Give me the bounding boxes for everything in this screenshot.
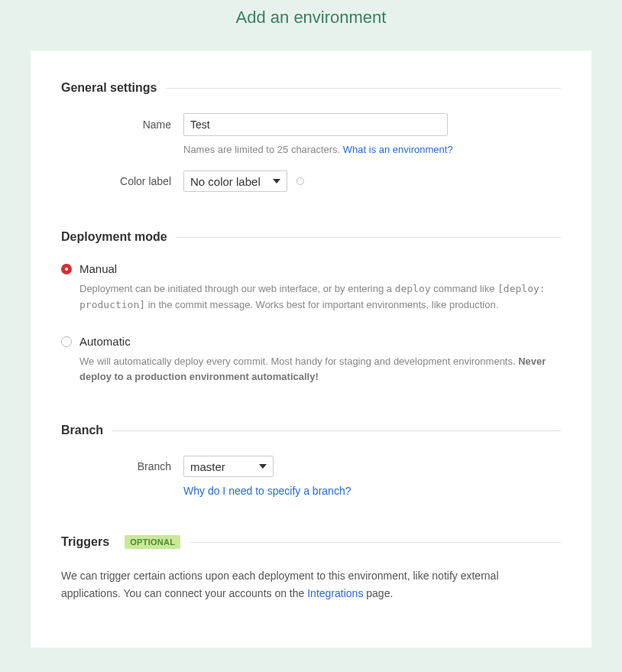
triggers-description: We can trigger certain actions upon each…	[61, 567, 561, 602]
general-settings-section: General settings Name Names are limited …	[61, 81, 561, 192]
page-title: Add an environment	[0, 0, 622, 50]
color-label-select[interactable]: No color label	[183, 170, 287, 192]
branch-section: Branch Branch master Why do I need to sp…	[61, 424, 561, 497]
deployment-mode-header: Deployment mode	[61, 230, 561, 244]
general-settings-title: General settings	[61, 81, 157, 95]
deployment-mode-section: Deployment mode Manual Deployment can be…	[61, 230, 561, 385]
name-hint: Names are limited to 25 characters. What…	[183, 144, 561, 155]
branch-title: Branch	[61, 424, 103, 437]
branch-label: Branch	[61, 460, 183, 472]
radio-selected-icon	[61, 264, 72, 274]
name-input[interactable]	[183, 113, 448, 136]
branch-hint-link[interactable]: Why do I need to specify a branch?	[183, 485, 351, 497]
general-settings-header: General settings	[61, 81, 561, 95]
name-label: Name	[61, 118, 183, 131]
deployment-mode-title: Deployment mode	[61, 230, 167, 244]
divider	[177, 237, 561, 238]
triggers-title: Triggers	[61, 535, 109, 549]
color-label: Color label	[61, 175, 183, 187]
branch-header: Branch	[61, 424, 561, 437]
radio-option-manual[interactable]: Manual	[61, 262, 561, 275]
radio-unselected-icon	[61, 336, 72, 347]
optional-badge: OPTIONAL	[125, 535, 180, 549]
manual-label: Manual	[79, 262, 117, 275]
divider	[112, 430, 561, 431]
radio-option-automatic[interactable]: Automatic	[61, 335, 561, 348]
integrations-link[interactable]: Integrations	[307, 587, 363, 599]
color-preview-dot	[296, 177, 304, 185]
name-hint-text: Names are limited to 25 characters.	[183, 144, 343, 155]
automatic-description: We will automatically deploy every commi…	[79, 354, 561, 386]
divider	[166, 88, 561, 89]
branch-select[interactable]: master	[183, 456, 274, 477]
triggers-section: Triggers OPTIONAL We can trigger certain…	[61, 535, 561, 602]
divider	[190, 542, 561, 543]
what-is-environment-link[interactable]: What is an environment?	[343, 144, 453, 155]
triggers-header: Triggers OPTIONAL	[61, 535, 561, 549]
automatic-label: Automatic	[79, 335, 131, 348]
manual-description: Deployment can be initiated through our …	[79, 281, 561, 313]
form-card: General settings Name Names are limited …	[31, 50, 591, 648]
